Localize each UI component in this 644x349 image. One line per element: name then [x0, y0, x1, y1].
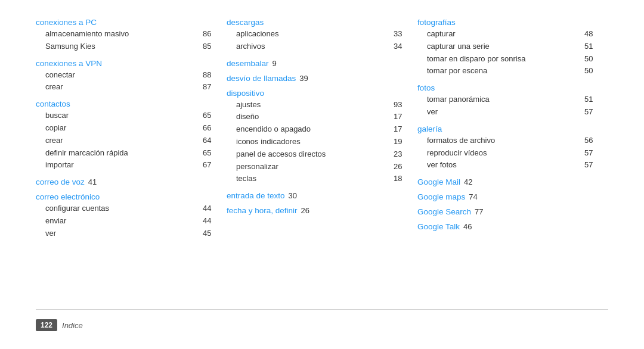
footer: 122 Indice: [36, 309, 608, 331]
section-heading: Google maps: [417, 192, 465, 201]
sub-label: personalizar: [236, 161, 390, 173]
sub-page: 17: [394, 111, 405, 123]
sub-label: capturar una serie: [427, 40, 581, 53]
sub-entry: personalizar26: [227, 161, 405, 173]
section-page: 30: [289, 191, 297, 200]
sub-entry: iconos indicadores19: [227, 136, 405, 148]
sub-entry: teclas18: [227, 173, 405, 185]
sub-entry: importar67: [36, 159, 215, 172]
sub-label: ver: [45, 228, 199, 240]
sub-entry: Samsung Kies85: [36, 40, 215, 53]
sub-label: tomar panorámica: [427, 94, 581, 106]
sub-page: 48: [584, 28, 596, 40]
section-page: 26: [301, 206, 309, 215]
sub-label: formatos de archivo: [427, 135, 581, 147]
sub-page: 26: [394, 161, 405, 173]
sub-entry: archivos34: [227, 40, 405, 53]
index-columns: conexiones a PCalmacenamiento masivo86Sa…: [36, 18, 608, 303]
sub-page: 93: [394, 99, 405, 111]
sub-label: almacenamiento masivo: [45, 28, 199, 40]
index-link-entry: Google Mail42: [417, 177, 596, 186]
sub-page: 65: [203, 110, 215, 122]
column-col1: conexiones a PCalmacenamiento masivo86Sa…: [36, 18, 227, 303]
section-heading: Google Talk: [417, 222, 460, 231]
sub-entry: reproducir vídeos57: [417, 147, 596, 160]
sub-entry: ajustes93: [227, 99, 405, 111]
section-page: 42: [464, 177, 472, 186]
section-heading: contactos: [36, 99, 215, 108]
sub-page: 44: [203, 215, 215, 228]
sub-entry: capturar una serie51: [417, 40, 596, 53]
sub-page: 56: [584, 135, 596, 147]
section-heading: desembalar: [227, 59, 269, 68]
sub-page: 88: [203, 69, 215, 82]
sub-page: 51: [584, 94, 596, 106]
sub-label: buscar: [45, 110, 199, 122]
index-link-entry: Google maps74: [417, 192, 596, 201]
section-page: 41: [88, 177, 97, 186]
sub-page: 50: [584, 65, 596, 77]
sub-page: 65: [203, 147, 215, 160]
sub-label: ver: [427, 106, 581, 119]
sub-page: 85: [203, 40, 215, 53]
section-heading: fotos: [417, 83, 596, 92]
sub-page: 57: [584, 106, 596, 119]
section-page: 39: [299, 74, 308, 83]
sub-page: 23: [394, 148, 405, 161]
index-link-entry: desvío de llamadas39: [227, 74, 405, 83]
index-link-entry: fecha y hora, definir26: [227, 206, 405, 215]
sub-label: diseño: [236, 111, 390, 123]
sub-label: tomar en disparo por sonrisa: [427, 53, 581, 66]
sub-entry: panel de accesos directos23: [227, 148, 405, 161]
index-link-entry: Google Talk46: [417, 222, 596, 231]
page-content: conexiones a PCalmacenamiento masivo86Sa…: [0, 0, 644, 349]
section-page: 74: [469, 192, 477, 201]
sub-label: ver fotos: [427, 159, 581, 172]
sub-entry: buscar65: [36, 110, 215, 122]
sub-label: enviar: [45, 215, 199, 228]
sub-entry: crear87: [36, 81, 215, 94]
sub-entry: capturar48: [417, 28, 596, 40]
sub-page: 66: [203, 122, 215, 135]
section-page: 46: [463, 222, 472, 231]
index-link-entry: correo de voz41: [36, 177, 215, 186]
section-heading: Google Search: [417, 207, 471, 216]
sub-entry: crear64: [36, 135, 215, 147]
index-link-entry: Google Search77: [417, 207, 596, 216]
sub-page: 33: [394, 28, 405, 40]
sub-page: 18: [394, 173, 405, 185]
sub-entry: formatos de archivo56: [417, 135, 596, 147]
sub-label: crear: [45, 81, 199, 94]
sub-page: 86: [203, 28, 215, 40]
sub-label: conectar: [45, 69, 199, 82]
sub-page: 67: [203, 159, 215, 172]
sub-entry: aplicaciones33: [227, 28, 405, 40]
sub-entry: copiar66: [36, 122, 215, 135]
sub-entry: conectar88: [36, 69, 215, 82]
sub-page: 87: [203, 81, 215, 94]
sub-page: 17: [394, 123, 405, 136]
sub-page: 34: [394, 40, 405, 53]
sub-entry: tomar panorámica51: [417, 94, 596, 106]
sub-label: copiar: [45, 122, 199, 135]
section-heading: correo electrónico: [36, 192, 215, 201]
sub-page: 19: [394, 136, 405, 148]
section-heading: galería: [417, 124, 596, 133]
sub-label: ajustes: [236, 99, 390, 111]
column-col3: fotografíascapturar48capturar una serie5…: [417, 18, 608, 303]
sub-entry: tomar en disparo por sonrisa50: [417, 53, 596, 66]
sub-label: configurar cuentas: [45, 202, 199, 215]
sub-page: 51: [584, 40, 596, 53]
sub-page: 57: [584, 147, 596, 160]
sub-entry: tomar por escena50: [417, 65, 596, 77]
sub-label: crear: [45, 135, 199, 147]
section-heading: descargas: [227, 18, 405, 27]
index-link-entry: desembalar9: [227, 59, 405, 68]
section-heading: dispositivo: [227, 89, 405, 98]
section-heading: Google Mail: [417, 177, 460, 186]
sub-entry: definir marcación rápida65: [36, 147, 215, 160]
section-page: 9: [273, 59, 277, 68]
sub-entry: ver57: [417, 106, 596, 119]
section-heading: correo de voz: [36, 177, 85, 186]
sub-label: iconos indicadores: [236, 136, 390, 148]
